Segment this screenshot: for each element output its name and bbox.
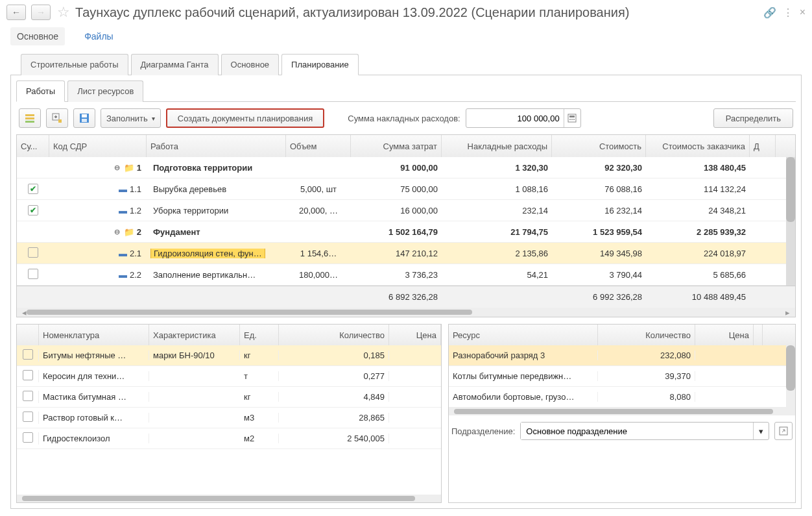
- row-checkbox[interactable]: [23, 432, 33, 443]
- row-checkbox[interactable]: [28, 184, 38, 194]
- page-title: Таунхаус дуплекс рабочий сценарий, актуа…: [75, 5, 758, 20]
- works-table-row[interactable]: ⊖📁 2Фундамент1 502 164,7921 794,751 523 …: [17, 221, 795, 243]
- tab-gantt[interactable]: Диаграмма Ганта: [131, 54, 219, 75]
- materials-row[interactable]: Мастика битумная …кг4,849: [17, 387, 441, 408]
- overhead-field[interactable]: [466, 108, 581, 128]
- col-su[interactable]: Су...: [17, 135, 49, 157]
- tabs-inner: Работы Лист ресурсов: [16, 80, 796, 102]
- resources-panel: Ресурс Количество Цена Разнорабочий разр…: [448, 324, 796, 503]
- row-checkbox[interactable]: [23, 370, 33, 380]
- more-icon[interactable]: ⋮: [783, 6, 793, 19]
- resources-hscroll[interactable]: [449, 408, 795, 415]
- mcol-nomen[interactable]: Номенклатура: [39, 325, 149, 345]
- item-icon: ▬: [119, 249, 127, 258]
- division-label: Подразделение:: [451, 426, 515, 436]
- division-field[interactable]: ▾: [520, 422, 769, 440]
- col-cost[interactable]: Стоимость: [552, 135, 646, 157]
- works-table-row[interactable]: ▬ 2.1Гидроизоляция стен, фун…1 154,6…147…: [17, 243, 795, 264]
- materials-row[interactable]: Раствор готовый к…м328,865: [17, 408, 441, 428]
- overhead-input[interactable]: [466, 114, 564, 123]
- footer-cost: 6 992 326,28: [552, 292, 646, 302]
- collapse-icon[interactable]: ⊖: [114, 228, 120, 236]
- row-checkbox[interactable]: [28, 205, 38, 215]
- nav-forward-button[interactable]: →: [31, 5, 51, 20]
- materials-hscroll[interactable]: [17, 495, 441, 502]
- rcol-qty[interactable]: Количество: [598, 325, 695, 345]
- col-code[interactable]: Код СДР: [49, 135, 147, 157]
- division-open-button[interactable]: [774, 422, 793, 440]
- works-table: Су... Код СДР Работа Объем Сумма затрат …: [16, 134, 796, 317]
- calculator-icon[interactable]: [564, 109, 580, 127]
- overhead-label: Сумма накладных расходов:: [348, 114, 460, 123]
- col-cost-sum[interactable]: Сумма затрат: [351, 135, 442, 157]
- rcol-price[interactable]: Цена: [695, 325, 754, 345]
- work-cell: Вырубка деревьев: [150, 184, 229, 194]
- favorite-star-icon[interactable]: ☆: [57, 4, 70, 21]
- resources-row[interactable]: Котлы битумные передвижн…39,370: [449, 366, 795, 387]
- fill-button-label: Заполнить: [106, 114, 148, 123]
- resources-vscroll[interactable]: [786, 345, 795, 408]
- footer-cost-sum: 6 892 326,28: [351, 292, 442, 302]
- svg-rect-10: [568, 114, 576, 122]
- division-input[interactable]: [521, 423, 753, 439]
- subtab-main[interactable]: Основное: [10, 27, 65, 45]
- division-dropdown-icon[interactable]: ▾: [753, 423, 769, 439]
- mcol-char[interactable]: Характеристика: [149, 325, 240, 345]
- row-checkbox[interactable]: [28, 269, 38, 279]
- close-icon[interactable]: ×: [800, 6, 806, 18]
- materials-row[interactable]: Керосин для техни…т0,277: [17, 366, 441, 387]
- tree-collapse-button[interactable]: [19, 108, 41, 128]
- works-table-row[interactable]: ▬ 2.2Заполнение вертикальн…180,000…3 736…: [17, 264, 795, 286]
- folder-icon: 📁: [124, 227, 134, 237]
- link-icon[interactable]: 🔗: [763, 6, 776, 19]
- materials-header: Номенклатура Характеристика Ед. Количест…: [17, 325, 441, 345]
- tab-construction[interactable]: Строительные работы: [21, 54, 128, 75]
- svg-point-14: [573, 119, 575, 120]
- row-checkbox[interactable]: [23, 391, 33, 401]
- row-checkbox[interactable]: [23, 349, 33, 360]
- works-table-row[interactable]: ▬ 1.2Уборка территории20,000, …16 000,00…: [17, 200, 795, 221]
- create-planning-docs-button[interactable]: Создать документы планирования: [166, 108, 325, 128]
- tab-resources-sheet[interactable]: Лист ресурсов: [67, 80, 143, 102]
- resources-row[interactable]: Автомобили бортовые, грузо…8,080: [449, 387, 795, 408]
- fill-button[interactable]: Заполнить▾: [101, 108, 161, 128]
- svg-rect-2: [25, 121, 34, 123]
- mcol-qty[interactable]: Количество: [279, 325, 389, 345]
- materials-row[interactable]: Гидростеклоизолм22 540,005: [17, 428, 441, 449]
- header-bar: ← → ☆ Таунхаус дуплекс рабочий сценарий,…: [0, 0, 812, 25]
- materials-table: Номенклатура Характеристика Ед. Количест…: [16, 324, 442, 503]
- subtab-files[interactable]: Файлы: [78, 27, 119, 45]
- col-cust-cost[interactable]: Стоимость заказчика: [646, 135, 750, 157]
- works-table-row[interactable]: ▬ 1.1Вырубка деревьев5,000, шт75 000,001…: [17, 178, 795, 200]
- col-overhead[interactable]: Накладные расходы: [442, 135, 552, 157]
- mcol-unit[interactable]: Ед.: [240, 325, 279, 345]
- works-table-row[interactable]: ⊖📁 1Подготовка территории91 000,001 320,…: [17, 157, 795, 178]
- col-work[interactable]: Работа: [147, 135, 286, 157]
- materials-row[interactable]: Битумы нефтяные …марки БН-90/10кг0,185: [17, 345, 441, 366]
- work-cell: Заполнение вертикальн…: [150, 270, 258, 280]
- tab-planning[interactable]: Планирование: [281, 54, 359, 75]
- row-checkbox[interactable]: [23, 412, 33, 422]
- col-volume[interactable]: Объем: [286, 135, 351, 157]
- tab-main[interactable]: Основное: [221, 54, 280, 75]
- division-row: Подразделение: ▾: [449, 415, 795, 443]
- tab-works[interactable]: Работы: [16, 80, 65, 102]
- item-icon: ▬: [119, 270, 127, 280]
- distribute-button[interactable]: Распределить: [713, 108, 793, 128]
- works-table-hscroll[interactable]: ◂▸: [17, 308, 795, 317]
- save-button[interactable]: [73, 108, 95, 128]
- folder-icon: 📁: [124, 163, 134, 173]
- resources-row[interactable]: Разнорабочий разряд 3232,080: [449, 345, 795, 366]
- works-table-vscroll[interactable]: [786, 157, 795, 286]
- caret-down-icon: ▾: [152, 115, 155, 122]
- mcol-price[interactable]: Цена: [389, 325, 441, 345]
- row-checkbox[interactable]: [28, 247, 38, 258]
- tree-expand-button[interactable]: [46, 108, 68, 128]
- svg-rect-5: [55, 116, 56, 118]
- work-cell: Подготовка территории: [150, 163, 255, 173]
- collapse-icon[interactable]: ⊖: [114, 164, 120, 172]
- rcol-res[interactable]: Ресурс: [449, 325, 598, 345]
- nav-back-button[interactable]: ←: [6, 5, 26, 20]
- col-d[interactable]: Д: [750, 135, 776, 157]
- svg-rect-11: [569, 116, 575, 117]
